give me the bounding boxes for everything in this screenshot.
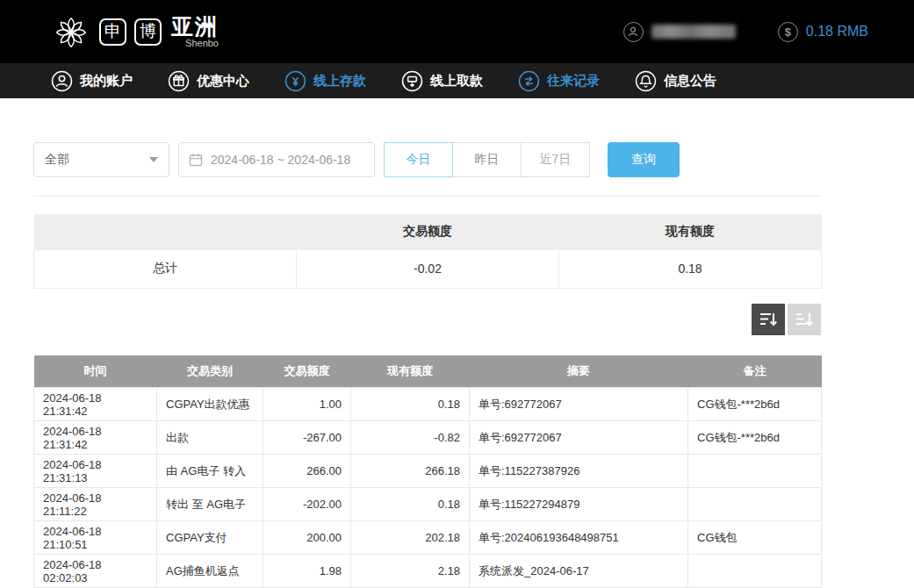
quick-date-group: 今日 昨日 近7日	[384, 142, 590, 177]
table-row: 2024-06-18 02:02:03 AG捕鱼机返点 1.98 2.18 系统…	[34, 555, 822, 588]
nav-label: 往来记录	[547, 73, 600, 90]
top-right-area: $ 0.18 RMB	[623, 22, 868, 42]
nav-item-withdraw[interactable]: 线上取款	[401, 70, 483, 92]
cell-note	[688, 455, 822, 488]
nav-label: 我的账户	[80, 73, 133, 90]
cell-note: CG钱包	[688, 521, 822, 555]
logo-region-text: 亚洲	[171, 15, 219, 38]
balance-amount: 0.18 RMB	[806, 24, 868, 39]
sort-descending-button[interactable]	[752, 304, 785, 335]
top-bar: 申 博 亚洲 Shenbo $ 0.18 RMB	[0, 0, 914, 63]
summary-table: 交易额度 现有额度 总计 -0.02 0.18	[33, 214, 822, 289]
cell-summary: 系统派发_2024-06-17	[470, 555, 688, 588]
cell-category: AG捕鱼机返点	[157, 555, 263, 588]
col-trade-amount: 交易额度	[263, 355, 351, 388]
table-row: 2024-06-18 21:31:42 CGPAY出款优惠 1.00 0.18 …	[34, 388, 822, 421]
sort-asc-icon	[795, 311, 814, 328]
cell-category: 由 AG电子 转入	[157, 455, 263, 488]
cell-balance: 2.18	[351, 555, 470, 588]
chevron-down-icon	[149, 157, 158, 162]
summary-header-row: 交易额度 现有额度	[34, 214, 822, 249]
date-range-input[interactable]: 2024-06-18 ~ 2024-06-18	[178, 142, 375, 177]
summary-total-balance: 0.18	[559, 249, 822, 288]
divider	[33, 196, 821, 197]
cell-summary: 单号:115227294879	[470, 488, 688, 521]
cell-category: 出款	[157, 421, 263, 455]
user-account-chip[interactable]	[623, 22, 736, 42]
cell-trade-amount: 1.00	[263, 388, 351, 421]
cell-summary: 单号:115227387926	[470, 455, 688, 488]
cell-time: 2024-06-18 02:02:03	[34, 555, 157, 588]
cell-trade-amount: -202.00	[263, 488, 351, 521]
cell-time: 2024-06-18 21:31:42	[34, 421, 157, 455]
cell-note: CG钱包-***2b6d	[688, 388, 822, 421]
summary-header-trade: 交易额度	[297, 214, 559, 249]
nav-item-announcements[interactable]: 信息公告	[635, 70, 716, 92]
logo-subtitle: Shenbo	[185, 39, 219, 48]
filter-row: 全部 2024-06-18 ~ 2024-06-18 今日 昨日 近7日 查询	[33, 142, 821, 177]
search-button[interactable]: 查询	[608, 142, 680, 177]
cell-category: CGPAY出款优惠	[157, 388, 263, 421]
logo-char-shen: 申	[99, 18, 126, 46]
nav-item-my-account[interactable]: 我的账户	[51, 70, 133, 92]
cell-balance: 202.18	[351, 521, 470, 555]
brand-logo: 申 博 亚洲 Shenbo	[51, 11, 219, 52]
cell-time: 2024-06-18 21:31:42	[34, 388, 157, 421]
today-button[interactable]: 今日	[384, 142, 453, 177]
main-nav: 我的账户 优惠中心 线上存款 线上取款 往来记录 信息公告	[0, 63, 914, 98]
nav-label: 信息公告	[664, 73, 716, 90]
col-summary: 摘要	[470, 355, 688, 388]
flower-logo-icon	[51, 11, 91, 52]
user-icon	[623, 22, 644, 42]
nav-item-promotions[interactable]: 优惠中心	[168, 70, 249, 92]
summary-total-trade: -0.02	[297, 249, 559, 288]
cell-trade-amount: 200.00	[263, 521, 351, 555]
col-time: 时间	[34, 355, 157, 388]
cell-balance: 0.18	[351, 488, 470, 521]
cell-category: CGPAY支付	[157, 521, 263, 555]
nav-label: 优惠中心	[197, 73, 249, 90]
cell-trade-amount: 266.00	[263, 455, 351, 488]
col-balance: 现有额度	[351, 355, 470, 388]
logo-region-wrap: 亚洲 Shenbo	[171, 15, 219, 47]
yesterday-button[interactable]: 昨日	[452, 142, 522, 177]
cell-note	[688, 488, 822, 521]
table-row: 2024-06-18 21:10:51 CGPAY支付 200.00 202.1…	[34, 521, 822, 555]
logo-char-bo: 博	[134, 18, 162, 46]
cell-trade-amount: 1.98	[263, 555, 351, 588]
cell-balance: 0.18	[351, 388, 470, 421]
cell-balance: -0.82	[351, 421, 470, 455]
cell-time: 2024-06-18 21:31:13	[34, 455, 157, 488]
cell-category: 转出 至 AG电子	[157, 488, 263, 521]
nav-item-records[interactable]: 往来记录	[518, 70, 600, 92]
summary-total-label: 总计	[34, 249, 297, 288]
type-dropdown[interactable]: 全部	[33, 142, 169, 177]
balance-chip[interactable]: $ 0.18 RMB	[778, 22, 868, 42]
sort-ascending-button[interactable]	[788, 304, 821, 335]
cell-trade-amount: -267.00	[263, 421, 351, 455]
table-row: 2024-06-18 21:31:13 由 AG电子 转入 266.00 266…	[34, 455, 822, 488]
sort-desc-icon	[759, 311, 778, 328]
cell-note	[688, 555, 822, 588]
cell-summary: 单号:692772067	[470, 421, 688, 455]
sort-controls	[33, 304, 821, 335]
cell-summary: 单号:202406193648498751	[470, 521, 688, 555]
date-range-value: 2024-06-18 ~ 2024-06-18	[211, 153, 350, 167]
summary-header-empty	[34, 214, 297, 249]
table-row: 2024-06-18 21:11:22 转出 至 AG电子 -202.00 0.…	[34, 488, 822, 521]
cell-balance: 266.18	[351, 455, 470, 488]
cell-time: 2024-06-18 21:11:22	[34, 488, 157, 521]
cell-time: 2024-06-18 21:10:51	[34, 521, 157, 555]
summary-header-balance: 现有额度	[559, 214, 822, 249]
records-page: 全部 2024-06-18 ~ 2024-06-18 今日 昨日 近7日 查询 …	[33, 142, 821, 588]
calendar-icon	[189, 153, 203, 167]
username-blurred	[651, 25, 736, 39]
cell-summary: 单号:692772067	[470, 388, 688, 421]
records-table: 时间 交易类别 交易额度 现有额度 摘要 备注 2024-06-18 21:31…	[33, 355, 822, 588]
nav-item-deposit[interactable]: 线上存款	[284, 70, 366, 92]
nav-label: 线上存款	[313, 73, 366, 90]
type-dropdown-value: 全部	[45, 152, 69, 168]
summary-total-row: 总计 -0.02 0.18	[34, 249, 822, 288]
table-row: 2024-06-18 21:31:42 出款 -267.00 -0.82 单号:…	[34, 421, 822, 455]
last7days-button[interactable]: 近7日	[521, 142, 590, 177]
